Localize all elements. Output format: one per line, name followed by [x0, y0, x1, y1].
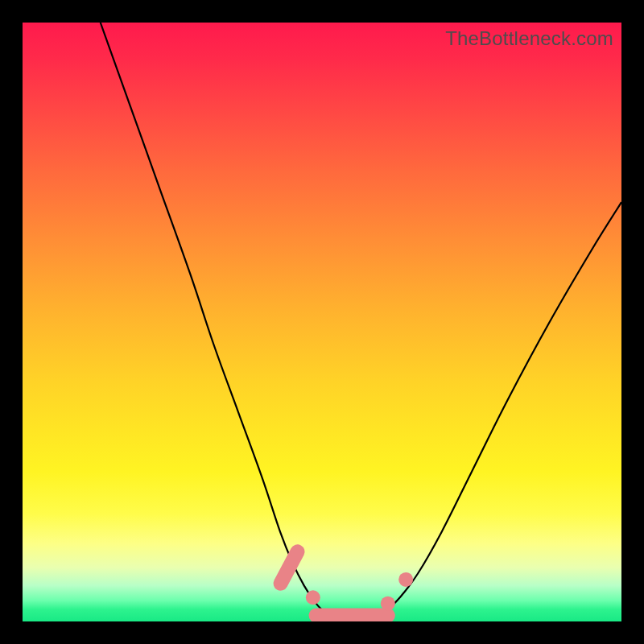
marker-pill-2	[309, 609, 395, 621]
plot-area: TheBottleneck.com	[23, 23, 621, 621]
series-left-curve	[101, 23, 328, 616]
curve-layer	[101, 23, 621, 619]
marker-dot-1	[306, 590, 320, 605]
marker-layer	[270, 542, 413, 621]
marker-dot-4	[398, 572, 413, 587]
marker-dot-3	[381, 597, 395, 611]
series-right-curve	[382, 202, 621, 615]
watermark-text: TheBottleneck.com	[445, 27, 613, 50]
chart-svg	[23, 23, 621, 621]
marker-pill-0	[270, 542, 307, 593]
chart-frame: TheBottleneck.com	[0, 0, 644, 644]
